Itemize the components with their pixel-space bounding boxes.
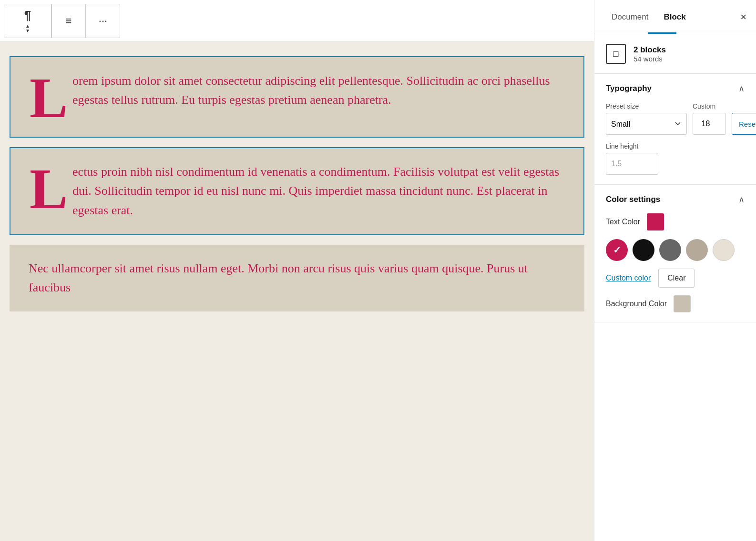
reset-button[interactable]: Reset (732, 113, 756, 135)
swatch-red[interactable] (606, 239, 628, 261)
block-1[interactable]: L orem ipsum dolor sit amet consectetur … (10, 56, 584, 138)
tab-active-indicator (648, 32, 676, 34)
color-settings-section: Color settings ∧ Text Color Custom color… (594, 185, 756, 322)
custom-size-input[interactable] (693, 113, 726, 135)
tab-document[interactable]: Document (604, 3, 656, 31)
blocks-count: 2 blocks (633, 45, 666, 55)
custom-size-group: Custom (693, 102, 726, 135)
text-color-preview-swatch[interactable] (647, 213, 664, 230)
drop-cap-1: L (30, 74, 68, 122)
custom-color-button[interactable]: Custom color (606, 274, 651, 282)
paragraph-tool-button[interactable]: ¶ ▲ ▼ (4, 4, 51, 38)
block-info: □ 2 blocks 54 words (594, 34, 756, 74)
text-color-row: Text Color (606, 213, 745, 230)
color-actions-row: Custom color Clear (606, 269, 745, 288)
preset-size-select[interactable]: SmallMediumLargeX-Large (606, 113, 687, 135)
toolbar: ¶ ▲ ▼ ≡ ··· (0, 0, 594, 42)
bg-color-label: Background Color (606, 300, 667, 308)
color-settings-header: Color settings ∧ (606, 194, 745, 205)
bg-color-row: Background Color (606, 295, 745, 312)
close-sidebar-button[interactable]: × (740, 11, 746, 23)
line-height-label: Line height (606, 142, 745, 150)
editor-area: ¶ ▲ ▼ ≡ ··· L orem ipsum dolor sit amet … (0, 0, 594, 541)
block-3-text[interactable]: Nec ullamcorper sit amet risus nullam eg… (29, 259, 565, 298)
preset-size-label: Preset size (606, 102, 687, 110)
block-square-icon: □ (613, 49, 619, 59)
block-2-text[interactable]: ectus proin nibh nisl condimentum id ven… (72, 162, 564, 220)
color-settings-title: Color settings (606, 195, 660, 204)
swatch-dark-gray[interactable] (659, 239, 681, 261)
typography-title: Typography (606, 84, 652, 93)
drop-cap-2: L (30, 165, 68, 213)
typography-collapse-icon[interactable]: ∧ (738, 83, 745, 94)
bg-color-preview-swatch[interactable] (674, 295, 691, 312)
preset-size-group: Preset size SmallMediumLargeX-Large (606, 102, 687, 135)
sidebar-tabs: Document Block × (594, 0, 756, 34)
tab-block[interactable]: Block (656, 3, 693, 31)
clear-color-button[interactable]: Clear (658, 269, 695, 288)
text-color-label: Text Color (606, 218, 640, 226)
list-tool-button[interactable]: ≡ (51, 4, 86, 38)
color-settings-collapse-icon[interactable]: ∧ (738, 194, 745, 205)
line-height-group: Line height (606, 142, 745, 175)
arrows-icon: ▲ ▼ (25, 24, 30, 33)
editor-content: L orem ipsum dolor sit amet consectetur … (0, 42, 594, 541)
line-height-input[interactable] (606, 153, 658, 175)
swatch-black[interactable] (633, 239, 654, 261)
typography-controls-row: Preset size SmallMediumLargeX-Large Cust… (606, 102, 745, 135)
block-type-icon: □ (606, 44, 626, 64)
sidebar: Document Block × □ 2 blocks 54 words Typ… (594, 0, 756, 541)
more-tool-button[interactable]: ··· (86, 4, 120, 38)
paragraph-icon: ¶ (24, 8, 31, 23)
color-swatches-row (606, 239, 745, 261)
custom-size-label: Custom (693, 102, 726, 110)
swatch-cream[interactable] (713, 239, 735, 261)
swatch-light-tan[interactable] (686, 239, 708, 261)
typography-section-header: Typography ∧ (606, 83, 745, 94)
block-3[interactable]: Nec ullamcorper sit amet risus nullam eg… (10, 245, 584, 312)
words-count: 54 words (633, 55, 666, 63)
more-icon: ··· (99, 15, 107, 27)
typography-section: Typography ∧ Preset size SmallMediumLarg… (594, 74, 756, 185)
list-icon: ≡ (66, 15, 72, 27)
block-meta: 2 blocks 54 words (633, 45, 666, 63)
block-2[interactable]: L ectus proin nibh nisl condimentum id v… (10, 147, 584, 235)
block-1-text[interactable]: orem ipsum dolor sit amet consectetur ad… (72, 71, 564, 110)
